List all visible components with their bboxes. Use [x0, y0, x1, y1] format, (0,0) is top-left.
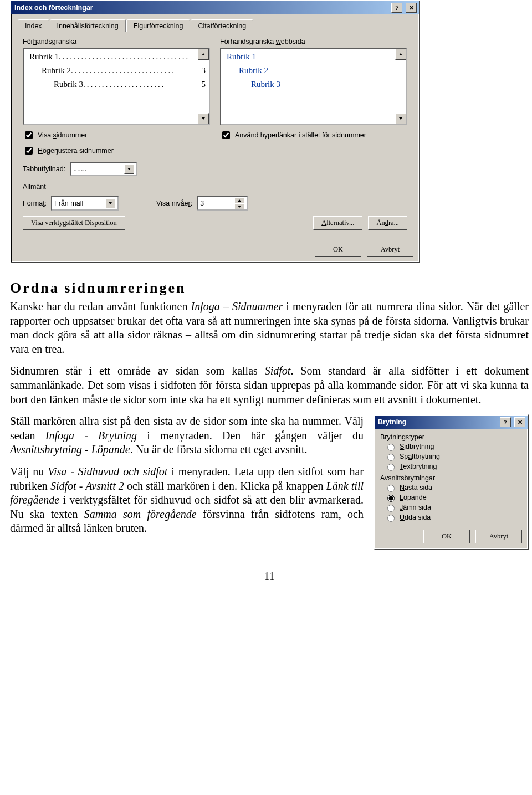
step-down-icon[interactable] — [234, 203, 244, 209]
format-combo[interactable]: Från mall — [51, 196, 119, 211]
toc-row-label: Rubrik 2 — [42, 66, 71, 75]
toc-web-link: Rubrik 3 — [251, 80, 280, 89]
right-align-checkbox[interactable]: Högerjustera sidnummer — [23, 145, 210, 156]
step-up-icon[interactable] — [234, 197, 244, 203]
close-icon[interactable]: ✕ — [406, 3, 417, 13]
web-preview-label: Förhandsgranska webbsida — [220, 38, 407, 45]
options-button[interactable]: Alternativ... — [313, 216, 362, 230]
radio-odd-page[interactable]: Udda sida — [385, 513, 522, 522]
levels-stepper[interactable]: 3 — [197, 196, 248, 211]
help-icon[interactable]: ? — [500, 417, 511, 427]
tab-citations[interactable]: Citatförteckning — [191, 19, 253, 32]
show-page-numbers-checkbox[interactable]: Visa sidnummer — [23, 130, 210, 141]
index-dialog: Index och förteckningar ? ✕ Index Innehå… — [10, 0, 420, 263]
toc-row-page: 3 — [197, 66, 206, 75]
body-paragraph: Kanske har du redan använt funktionen In… — [10, 300, 529, 356]
break-dialog: Brytning ? ✕ Brytningstyper Sidbrytning … — [374, 414, 529, 550]
body-paragraph: Ställ markören allra sist på den sista a… — [10, 414, 364, 457]
close-icon[interactable]: ✕ — [514, 417, 525, 427]
toc-row-page: 5 — [197, 80, 206, 89]
break-types-label: Brytningstyper — [380, 433, 522, 441]
section-heading: Ordna sidnumreringen — [10, 280, 529, 296]
ok-button[interactable]: OK — [315, 243, 361, 257]
radio-continuous[interactable]: Löpande — [385, 493, 522, 502]
ok-button[interactable]: OK — [423, 530, 470, 543]
dialog-titlebar[interactable]: Brytning ? ✕ — [375, 416, 528, 429]
section-breaks-label: Avsnittsbrytningar — [380, 474, 522, 482]
tab-toc[interactable]: Innehållsförteckning — [50, 19, 126, 32]
radio-text-break[interactable]: Textbrytning — [385, 462, 522, 471]
web-preview: Rubrik 1 Rubrik 2 Rubrik 3 — [220, 48, 407, 125]
radio-even-page[interactable]: Jämn sida — [385, 503, 522, 512]
scroll-down-icon[interactable] — [395, 113, 406, 124]
toc-row-label: Rubrik 1 — [29, 52, 59, 61]
cancel-button[interactable]: Avbryt — [367, 243, 413, 257]
outline-toolbar-button[interactable]: Visa verktygsfältet Disposition — [23, 216, 125, 230]
levels-label: Visa nivåer: — [156, 199, 192, 207]
modify-button[interactable]: Ändra... — [368, 216, 407, 230]
radio-page-break[interactable]: Sidbrytning — [385, 442, 522, 451]
general-label: Allmänt — [23, 183, 46, 191]
tab-leader-value: ....... — [73, 165, 86, 173]
chevron-down-icon[interactable] — [105, 198, 115, 208]
tab-leader-label: Tabbutfyllnad: — [23, 165, 65, 173]
radio-next-page[interactable]: Nästa sida — [385, 483, 522, 492]
print-preview: Rubrik 1................................… — [23, 48, 210, 125]
toc-web-link: Rubrik 1 — [227, 52, 256, 61]
scroll-up-icon[interactable] — [395, 49, 406, 60]
format-label: Format: — [23, 199, 47, 207]
dialog-tabs: Index Innehållsförteckning Figurförteckn… — [17, 19, 413, 32]
body-paragraph: Välj nu Visa - Sidhuvud och sidfot i men… — [10, 465, 364, 536]
dialog-title: Index och förteckningar — [14, 4, 388, 12]
dialog-titlebar[interactable]: Index och förteckningar ? ✕ — [11, 1, 419, 14]
toc-row-label: Rubrik 3 — [54, 80, 83, 89]
levels-value: 3 — [200, 199, 204, 207]
print-preview-label: Förhandsgranska — [23, 38, 210, 45]
help-icon[interactable]: ? — [391, 3, 402, 13]
tab-index[interactable]: Index — [18, 19, 49, 32]
scroll-down-icon[interactable] — [198, 113, 209, 124]
use-hyperlinks-checkbox[interactable]: Använd hyperlänkar i stället för sidnumm… — [220, 130, 407, 141]
tab-figures[interactable]: Figurförteckning — [126, 19, 191, 32]
tab-leader-combo[interactable]: ....... — [70, 162, 137, 176]
body-paragraph: Sidnumren står i ett område av sidan som… — [10, 364, 529, 407]
radio-column-break[interactable]: Spaltbrytning — [385, 452, 522, 461]
scroll-up-icon[interactable] — [198, 49, 209, 60]
cancel-button[interactable]: Avbryt — [475, 530, 522, 543]
toc-web-link: Rubrik 2 — [239, 66, 268, 75]
dialog-title: Brytning — [378, 418, 497, 426]
chevron-down-icon[interactable] — [124, 164, 134, 174]
page-number: 11 — [10, 570, 529, 583]
format-value: Från mall — [54, 199, 83, 207]
